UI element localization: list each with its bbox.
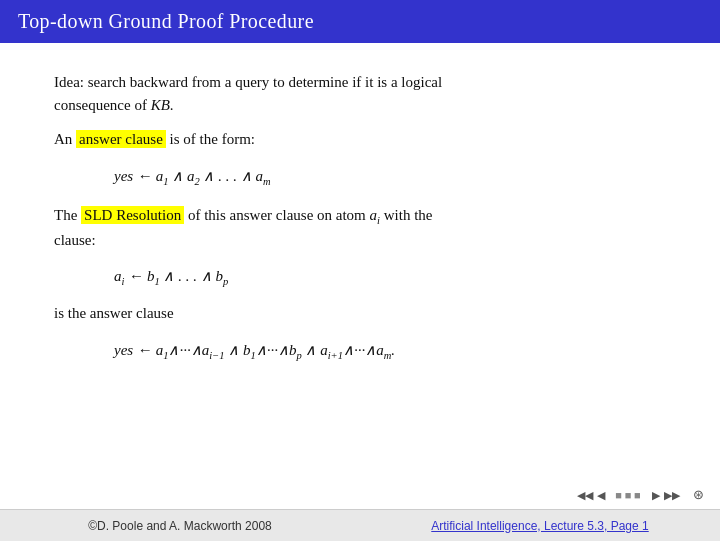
formula-ai-clause: ai ← b1 ∧ . . . ∧ bp xyxy=(114,265,666,290)
sld-section: The SLD Resolution of this answer clause… xyxy=(54,204,666,253)
sld-suffix-text: of this answer clause on atom xyxy=(184,207,369,223)
nav-prev-icon[interactable]: ◀ xyxy=(597,489,605,502)
formula-resolution-result: yes ← a1∧···∧ai−1 ∧ b1∧···∧bp ∧ ai+1∧···… xyxy=(114,339,666,364)
intro-text-line1: Idea: search backward from a query to de… xyxy=(54,74,442,90)
sld-with-text: with the xyxy=(380,207,433,223)
nav-last-icon[interactable]: ▶▶ xyxy=(664,489,680,502)
navigation-icons[interactable]: ◀◀ ◀ ■ ■ ■ ▶ ▶▶ ⊛ xyxy=(577,487,704,503)
footer-copyright: ©D. Poole and A. Mackworth 2008 xyxy=(0,519,360,533)
an-text: An xyxy=(54,131,76,147)
answer-clause-line: An answer clause is of the form: xyxy=(54,128,666,151)
footer: ©D. Poole and A. Mackworth 2008 Artifici… xyxy=(0,509,720,541)
is-answer-clause-text: is the answer clause xyxy=(54,302,666,325)
nav-first-icon[interactable]: ◀◀ xyxy=(577,489,593,502)
the-text: The xyxy=(54,207,81,223)
nav-zoom-icon[interactable]: ⊛ xyxy=(693,487,704,503)
answer-clause-highlight: answer clause xyxy=(76,130,166,148)
intro-text-line2: consequence of xyxy=(54,97,151,113)
slide-body: Idea: search backward from a query to de… xyxy=(0,43,720,398)
nav-dots: ■ ■ ■ xyxy=(615,489,640,501)
formula1-text: yes ← a1 ∧ a2 ∧ . . . ∧ am xyxy=(114,168,271,184)
footer-left-text: ©D. Poole and A. Mackworth 2008 xyxy=(88,519,272,533)
clause-label: clause: xyxy=(54,232,96,248)
sld-ai: ai xyxy=(370,207,380,223)
footer-slide-info: Artificial Intelligence, Lecture 5.3, Pa… xyxy=(360,519,720,533)
sld-resolution-highlight: SLD Resolution xyxy=(81,206,184,224)
is-of-form-text: is of the form: xyxy=(166,131,255,147)
footer-right-text: Artificial Intelligence, Lecture 5.3, Pa… xyxy=(431,519,648,533)
nav-next-icon[interactable]: ▶ xyxy=(652,489,660,502)
slide-header: Top-down Ground Proof Procedure xyxy=(0,0,720,43)
intro-paragraph: Idea: search backward from a query to de… xyxy=(54,71,666,118)
kb-label: KB xyxy=(151,97,170,113)
is-answer-text: is the answer clause xyxy=(54,305,174,321)
formula-yes-answer: yes ← a1 ∧ a2 ∧ . . . ∧ am xyxy=(114,165,666,190)
slide-title: Top-down Ground Proof Procedure xyxy=(18,10,314,32)
